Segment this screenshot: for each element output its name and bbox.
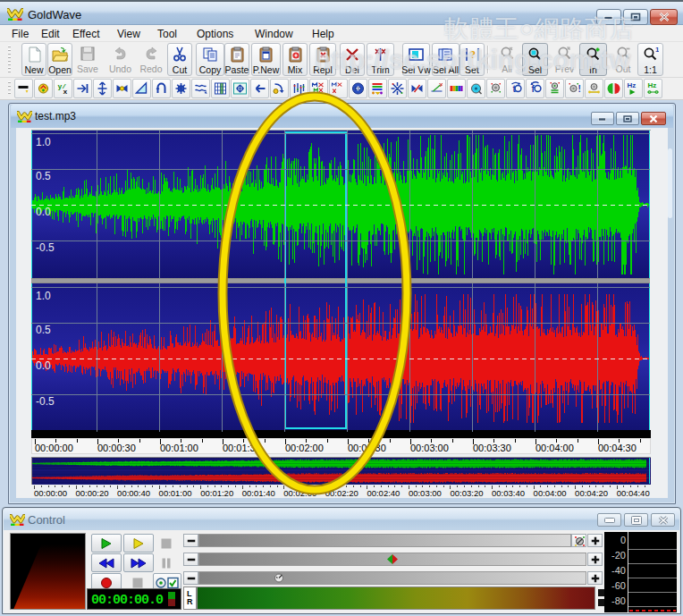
svg-text:1: 1 (655, 46, 659, 54)
svg-text:Hz: Hz (647, 81, 656, 89)
svg-text:EO: EO (354, 86, 360, 91)
svg-text:x: x (63, 88, 67, 96)
svg-text:Hz: Hz (627, 81, 636, 89)
svg-text:!: ! (578, 84, 580, 94)
